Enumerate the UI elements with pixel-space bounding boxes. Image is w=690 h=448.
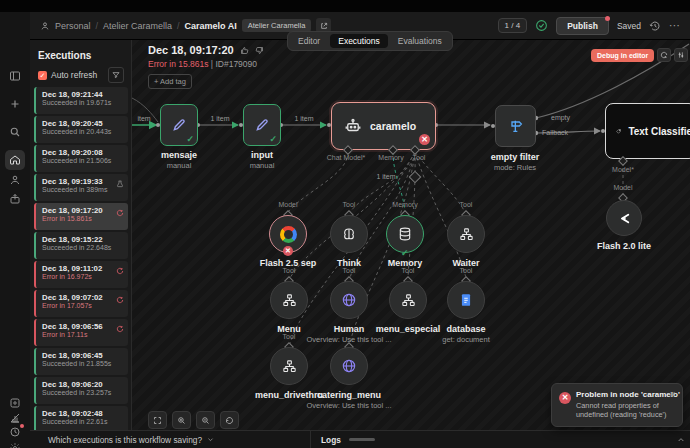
execution-list-item[interactable]: Dec 18, 09:20:45Succeeded in 20.443s xyxy=(34,116,128,143)
node-caramelo[interactable]: caramelo ✕ xyxy=(331,102,436,150)
robot-agent-icon xyxy=(344,117,362,135)
execution-list-item[interactable]: Dec 18, 09:06:20Succeeded in 23.257s xyxy=(34,377,128,404)
node-input[interactable]: ✓ xyxy=(243,104,281,146)
whats-new-clock-icon[interactable] xyxy=(9,426,21,438)
executions-title: Executions xyxy=(38,50,91,61)
node-menu[interactable] xyxy=(270,281,308,319)
workflow-sitemap-icon xyxy=(282,293,297,308)
execution-list-item-selected[interactable]: Dec 18, 09:17:20Error in 15.861s xyxy=(34,203,128,230)
node-error-badge: ✕ xyxy=(419,134,430,145)
execution-list-item[interactable]: Dec 18, 09:19:33Succeeded in 389ms xyxy=(34,174,128,201)
node-mensaje[interactable]: ✓ xyxy=(160,104,198,146)
breadcrumb-project[interactable]: Atelier Caramella xyxy=(103,21,172,31)
toast-message: Cannot read properties of undefined (rea… xyxy=(576,401,676,419)
auto-refresh-row[interactable]: ✓ Auto refresh xyxy=(38,70,97,80)
edit-pen-icon xyxy=(171,117,187,133)
node-catering-menu[interactable] xyxy=(330,347,368,385)
window-top-strip xyxy=(0,0,690,12)
panel-toggle-icon[interactable] xyxy=(9,70,21,82)
tab-editor[interactable]: Editor xyxy=(290,34,328,48)
insights-icon[interactable] xyxy=(9,412,21,424)
retry-icon[interactable] xyxy=(116,325,124,333)
version-badge[interactable]: 1 / 4 xyxy=(498,18,528,33)
breadcrumb-separator: / xyxy=(96,21,99,31)
redo-arrow-icon xyxy=(660,51,668,59)
retry-icon[interactable] xyxy=(116,296,124,304)
auto-refresh-checkbox[interactable]: ✓ xyxy=(38,71,47,80)
toast-close-button[interactable]: ✕ xyxy=(669,390,676,399)
retry-execution-button[interactable] xyxy=(657,48,671,62)
workflow-active-check-icon[interactable] xyxy=(535,19,548,32)
execution-list-item[interactable]: Dec 18, 09:15:22Succeeded in 22.648s xyxy=(34,232,128,259)
history-icon[interactable] xyxy=(649,20,661,32)
zoom-in-button[interactable] xyxy=(172,411,191,429)
rail-item-overview[interactable] xyxy=(5,150,25,170)
execution-actions: Debug in editor xyxy=(591,48,690,62)
logs-panel-header[interactable]: Logs xyxy=(311,435,341,445)
filter-bars-icon xyxy=(677,51,685,59)
node-database[interactable] xyxy=(447,281,485,319)
whats-new-dot xyxy=(20,424,24,428)
port-label-tool: Tool xyxy=(460,267,473,274)
port-label-memory: Memory xyxy=(378,154,403,161)
node-memory[interactable]: ✓ xyxy=(386,215,424,253)
execution-options-button[interactable] xyxy=(674,48,688,62)
zoom-out-icon xyxy=(201,416,210,425)
debug-in-editor-button[interactable]: Debug in editor xyxy=(591,49,654,62)
port-label-tool: Tool xyxy=(413,154,426,161)
search-icon[interactable] xyxy=(9,126,21,138)
node-flash-2-5-sep[interactable]: ✕ xyxy=(269,215,307,253)
brain-icon xyxy=(341,226,357,242)
scrollbar-thumb[interactable] xyxy=(349,438,375,441)
user-icon[interactable] xyxy=(9,174,21,186)
thumbs-up-icon[interactable] xyxy=(240,46,249,55)
breadcrumb-personal[interactable]: Personal xyxy=(55,21,91,31)
execution-list-item[interactable]: Dec 18, 09:02:48Succeeded in 22.61s xyxy=(34,406,128,430)
add-tag-button[interactable]: + Add tag xyxy=(148,74,192,89)
executions-list: Dec 18, 09:21:44Succeeded in 19.671s Dec… xyxy=(34,87,128,430)
chevron-up-icon[interactable] xyxy=(677,436,685,444)
more-menu-button[interactable]: ⋯ xyxy=(669,19,680,32)
node-menu-drivethru[interactable] xyxy=(270,347,308,385)
thumbs-down-icon[interactable] xyxy=(255,46,264,55)
tab-executions[interactable]: Executions xyxy=(330,34,388,48)
saved-status: Saved xyxy=(617,21,641,31)
zoom-out-button[interactable] xyxy=(196,411,215,429)
execution-list-item[interactable]: Dec 18, 09:20:08Succeeded in 21.506s xyxy=(34,145,128,172)
node-text-classifier[interactable]: Text Classifier xyxy=(605,103,690,159)
execution-list-item[interactable]: Dec 18, 09:21:44Succeeded in 19.671s xyxy=(34,87,128,114)
edit-pen-icon xyxy=(254,117,270,133)
node-label: mensaje xyxy=(161,150,197,160)
execution-list-item[interactable]: Dec 18, 09:06:45Succeeded in 21.855s xyxy=(34,348,128,375)
port-label-tool: Tool xyxy=(343,201,356,208)
retry-icon[interactable] xyxy=(116,267,124,275)
shared-icon[interactable] xyxy=(9,193,21,205)
workflow-canvas[interactable]: Dec 18, 09:17:20 Error in 15.861s | ID#1… xyxy=(132,40,690,430)
retry-icon[interactable] xyxy=(116,209,124,217)
node-sublabel: manual xyxy=(250,161,275,170)
node-flash-2-0-lite[interactable] xyxy=(606,200,642,236)
add-workflow-icon[interactable] xyxy=(9,98,21,110)
settings-gear-icon[interactable] xyxy=(9,442,21,448)
filter-button[interactable] xyxy=(108,67,124,83)
node-human[interactable] xyxy=(330,281,368,319)
publish-button[interactable]: Publish xyxy=(556,17,609,35)
fit-view-button[interactable] xyxy=(148,411,167,429)
globe-icon xyxy=(341,292,357,308)
reset-zoom-button[interactable] xyxy=(220,411,239,429)
node-empty-filter[interactable] xyxy=(495,105,536,147)
execution-list-item[interactable]: Dec 18, 09:07:02Error in 17.057s xyxy=(34,290,128,317)
port-label-chat-model: Chat Model* xyxy=(327,154,366,161)
error-toast: ✕ Problem in node 'caramelo' Cannot read… xyxy=(551,383,683,427)
execution-list-item[interactable]: Dec 18, 09:11:02Error in 16.972s xyxy=(34,261,128,288)
node-waiter[interactable] xyxy=(447,215,485,253)
templates-icon[interactable] xyxy=(9,397,21,409)
node-think[interactable] xyxy=(330,215,368,253)
tab-evaluations[interactable]: Evaluations xyxy=(390,34,450,48)
execution-list-item[interactable]: Dec 18, 09:06:56Error in 17.11s xyxy=(34,319,128,346)
workflow-saving-question[interactable]: Which executions is this workflow saving… xyxy=(30,435,310,445)
breadcrumb-workflow-title[interactable]: Caramelo AI xyxy=(185,21,237,31)
node-label: Text Classifier xyxy=(628,126,690,137)
node-menu-especial[interactable] xyxy=(389,281,427,319)
port-label-tool: Tool xyxy=(343,267,356,274)
